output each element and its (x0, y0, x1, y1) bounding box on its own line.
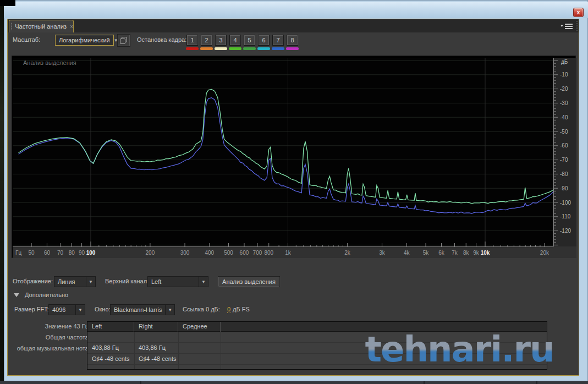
top-channel-label: Верхний канал: (105, 278, 149, 284)
fft-size-dropdown-value: 4096 (49, 306, 75, 313)
table-row-label: Общая частота: (8, 334, 90, 341)
desktop-sliver (0, 0, 4, 384)
frame-hold-button-1[interactable]: 1 (186, 35, 198, 46)
scale-label: Масштаб: (13, 36, 40, 43)
fft-size-dropdown[interactable]: 4096 ▼ (48, 304, 85, 315)
frame-hold-color-swatch-1 (186, 47, 199, 50)
frame-hold-color-swatch-8 (286, 47, 299, 50)
results-table: LeftRightСреднее403,88 Гц403,86 ГцG♯4 -4… (87, 321, 547, 370)
x-tick-label: 7k (452, 250, 458, 256)
scale-dropdown[interactable]: Логарифмический ▼ (55, 35, 114, 46)
tab-strip: Частотный анализ × (8, 19, 579, 32)
frame-hold-color-swatch-3 (215, 47, 227, 50)
frame-hold-button-2[interactable]: 2 (201, 35, 212, 46)
chevron-down-icon: ▼ (199, 277, 208, 287)
table-cell: G♯4 -48 cents (134, 354, 178, 365)
hold-frames-label: Остановка кадра: (137, 36, 186, 43)
table-column-header-2[interactable]: Right (134, 322, 178, 332)
table-row: G♯4 -48 centsG♯4 -48 cents (87, 354, 547, 365)
x-tick-label: 60 (44, 250, 51, 256)
x-tick-label: 80 (69, 250, 75, 256)
fft-window-dropdown[interactable]: Blackmann-Harris ▼ (110, 304, 175, 315)
y-tick-label: -10 (560, 72, 568, 78)
window-titlebar[interactable] (4, 2, 588, 18)
table-row (87, 332, 547, 343)
advanced-label[interactable]: Дополнительно (25, 292, 68, 298)
table-cell (178, 343, 221, 354)
x-tick-label: 500 (224, 250, 233, 256)
table-cell (87, 332, 134, 343)
top-channel-dropdown-value: Left (148, 278, 199, 285)
panel-menu-icon[interactable] (560, 22, 574, 29)
tab-frequency-analysis[interactable]: Частотный анализ × (9, 20, 74, 32)
table-column-header-1[interactable]: Left (87, 322, 134, 332)
scan-selection-button[interactable]: Анализ выделения (218, 276, 280, 287)
frame-hold-color-swatch-4 (229, 47, 241, 50)
fft-size-label: Размер FFT: (14, 306, 49, 312)
y-tick-label: -90 (560, 185, 568, 191)
chevron-down-icon: ▼ (165, 305, 174, 315)
y-tick-label: -70 (560, 157, 568, 163)
x-tick-label: 400 (205, 250, 214, 256)
x-tick-label: 8k (463, 250, 470, 256)
display-dropdown[interactable]: Линия ▼ (54, 276, 96, 287)
window-close-button[interactable]: x (573, 8, 584, 17)
y-axis-unit: дБ (561, 59, 568, 65)
display-label: Отображение: (13, 278, 53, 284)
frame-hold-button-7[interactable]: 7 (272, 35, 284, 46)
y-tick-label: -40 (560, 114, 568, 120)
frame-hold-button-5[interactable]: 5 (244, 35, 255, 46)
frame-hold-1: 1 (186, 35, 198, 50)
chevron-down-icon: ▼ (75, 305, 85, 315)
tab-close-icon[interactable]: × (70, 24, 73, 30)
frame-hold-color-swatch-2 (200, 47, 213, 50)
taskbar-strip (0, 381, 588, 384)
table-cell: 403,86 Гц (134, 343, 178, 354)
frame-hold-5: 5 (244, 35, 255, 50)
disclosure-triangle-icon[interactable] (14, 293, 19, 297)
frame-hold-button-3[interactable]: 3 (215, 35, 227, 46)
reference-value[interactable]: 0 (227, 306, 230, 313)
frame-hold-button-8[interactable]: 8 (287, 35, 298, 46)
y-tick-label: -20 (560, 86, 568, 92)
x-tick-label: 6k (438, 250, 445, 256)
y-tick-label: -80 (560, 171, 568, 177)
frame-hold-button-6[interactable]: 6 (258, 35, 270, 46)
spectrum-chart[interactable]: Анализ выделениядБ-10-20-30-40-50-60-70-… (12, 56, 576, 258)
y-tick-label: -110 (560, 213, 571, 220)
chart-overlay-title: Анализ выделения (23, 59, 76, 66)
x-tick-label: 700 (253, 250, 262, 256)
top-channel-dropdown[interactable]: Left ▼ (147, 276, 208, 287)
x-tick-label: 600 (240, 250, 249, 256)
table-cell (178, 354, 221, 365)
x-tick-label: 3k (379, 250, 386, 256)
y-tick-label: -120 (560, 228, 571, 234)
reference-unit: дБ FS (233, 306, 250, 312)
frame-hold-7: 7 (272, 35, 284, 50)
table-column-header-3[interactable]: Среднее (178, 322, 221, 332)
x-tick-label: 2k (344, 250, 351, 256)
y-tick-label: -50 (560, 129, 568, 135)
x-tick-label: 9k (473, 250, 480, 256)
fft-window-label: Окно: (95, 306, 111, 312)
y-tick-label: -30 (560, 100, 568, 106)
ruler-corner (553, 246, 576, 258)
y-tick-label: -60 (560, 142, 568, 149)
tab-grip-icon (11, 23, 12, 30)
frame-hold-6: 6 (258, 35, 270, 50)
frame-hold-8: 8 (287, 35, 298, 50)
chevron-down-icon: ▼ (86, 277, 95, 287)
frame-hold-color-swatch-7 (272, 47, 284, 50)
frequency-analysis-panel: Частотный анализ × Масштаб: Логарифмичес… (7, 19, 579, 376)
reference-label: Ссылка 0 дБ: (183, 306, 220, 312)
frame-hold-button-4[interactable]: 4 (229, 35, 241, 46)
x-tick-label: 10k (481, 250, 490, 256)
x-tick-label: 4k (404, 250, 410, 256)
x-tick-label: 100 (86, 250, 96, 256)
copy-frames-button[interactable] (117, 34, 130, 47)
hold-frames-group: 12345678 (186, 35, 301, 50)
frame-hold-2: 2 (201, 35, 212, 50)
x-tick-label: 300 (180, 250, 190, 256)
table-row: 403,88 Гц403,86 Гц (87, 343, 547, 354)
background-window-corner (0, 0, 15, 6)
